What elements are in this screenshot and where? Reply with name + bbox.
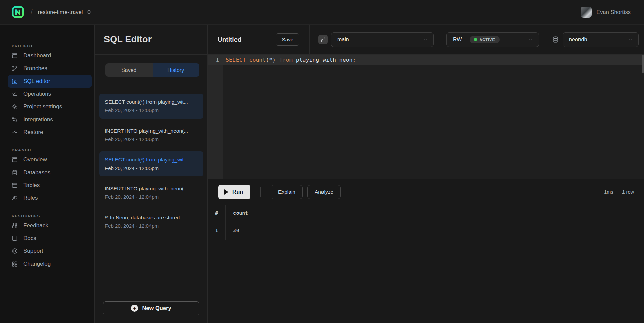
history-item-selected[interactable]: SELECT count(*) from playing_wit... Feb …	[99, 151, 203, 176]
sidebar-item-label: Databases	[23, 169, 50, 176]
neon-logo[interactable]	[12, 6, 24, 18]
dashboard-icon	[11, 52, 18, 59]
sidebar-item-operations[interactable]: Operations	[8, 88, 92, 100]
table-row[interactable]: 1 30	[208, 221, 644, 240]
sql-code-editor[interactable]: 1 SELECT count(*) from playing_with_neon…	[208, 55, 644, 179]
history-list: SELECT count(*) from playing_wit... Feb …	[95, 85, 207, 293]
analyze-button[interactable]: Analyze	[307, 185, 341, 199]
code-text: SELECT count(*) from playing_with_neon;	[223, 57, 644, 63]
editor-gutter	[208, 55, 223, 179]
sidebar-item-label: Tables	[23, 182, 40, 189]
status-badge: ACTIVE	[470, 36, 499, 43]
sidebar-item-dashboard[interactable]: Dashboard	[8, 49, 92, 62]
database-icon	[552, 36, 559, 43]
sidebar-item-label: Integrations	[23, 116, 53, 123]
tab-saved[interactable]: Saved	[105, 63, 153, 77]
sidebar-item-label: Restore	[23, 129, 43, 136]
history-item[interactable]: SELECT count(*) from playing_wit... Feb …	[99, 94, 203, 119]
project-switcher[interactable]: restore-time-travel	[38, 9, 92, 15]
history-item-timestamp: Feb 20, 2024 - 12:05pm	[105, 164, 198, 172]
sidebar-item-sql-editor[interactable]: SQL editor	[8, 75, 92, 88]
history-item-query: SELECT count(*) from playing_wit...	[105, 155, 198, 164]
sidebar-item-integrations[interactable]: Integrations	[8, 113, 92, 126]
panel-footer: + New Query	[95, 293, 207, 323]
connection-controls: main... RW ACTIVE neondb	[310, 25, 644, 54]
branch-select[interactable]: main...	[331, 32, 434, 47]
sidebar-item-overview[interactable]: Overview	[8, 153, 92, 166]
sidebar-item-support[interactable]: Support	[8, 245, 92, 258]
sidebar-item-label: Changelog	[23, 261, 51, 267]
run-button[interactable]: Run	[218, 185, 250, 199]
overview-icon	[11, 156, 18, 163]
editor-header: Untitled Save main... RW	[208, 25, 644, 55]
changelog-icon	[11, 261, 18, 267]
history-item-query: INSERT INTO playing_with_neon(...	[105, 184, 198, 193]
branch-select-value: main...	[337, 37, 353, 43]
column-header-count: count	[226, 205, 644, 221]
section-label-branch: BRANCH	[0, 148, 94, 153]
editor-toolbar: Run Explain Analyze 1ms 1 row	[208, 179, 644, 205]
users-icon	[11, 195, 18, 201]
user-menu[interactable]: Evan Shortiss	[581, 7, 631, 18]
results-table: # count 1 30	[208, 205, 644, 240]
sidebar-item-docs[interactable]: Docs	[8, 232, 92, 245]
sidebar-item-project-settings[interactable]: Project settings	[8, 100, 92, 113]
history-item[interactable]: /* In Neon, databases are stored ... Feb…	[99, 209, 203, 234]
sidebar-item-label: Branches	[23, 65, 47, 72]
editor-pane: Untitled Save main... RW	[208, 25, 644, 323]
query-duration: 1ms	[604, 189, 613, 195]
sidebar-item-label: Overview	[23, 156, 47, 163]
topbar: / restore-time-travel Evan Shortiss	[0, 0, 644, 25]
operations-icon	[11, 91, 18, 97]
sidebar-item-label: Dashboard	[23, 52, 51, 59]
database-select[interactable]: neondb	[563, 32, 639, 47]
lifebuoy-icon	[11, 248, 18, 255]
plus-icon: +	[131, 305, 138, 312]
history-item[interactable]: INSERT INTO playing_with_neon(... Feb 20…	[99, 123, 203, 147]
sidebar-item-feedback[interactable]: Feedback	[8, 219, 92, 232]
play-icon	[224, 189, 228, 195]
docs-icon	[11, 235, 18, 242]
compute-select[interactable]: RW ACTIVE	[446, 32, 539, 47]
sidebar-item-label: SQL editor	[23, 78, 50, 85]
table-icon	[11, 182, 18, 189]
sidebar-item-label: Feedback	[23, 222, 48, 229]
query-list-panel: SQL Editor Saved History SELECT count(*)…	[94, 25, 208, 323]
query-stats: 1ms 1 row	[604, 189, 634, 195]
editor-scrollbar[interactable]	[642, 55, 644, 73]
tab-history[interactable]: History	[153, 63, 200, 77]
page-title: SQL Editor	[104, 34, 152, 45]
save-button[interactable]: Save	[276, 33, 299, 46]
sidebar-item-roles[interactable]: Roles	[8, 192, 92, 204]
section-label-resources: RESOURCES	[0, 214, 94, 219]
query-title: Untitled	[218, 36, 242, 43]
sidebar-item-label: Operations	[23, 91, 51, 97]
restore-icon	[11, 129, 18, 136]
history-item-timestamp: Feb 20, 2024 - 12:04pm	[105, 193, 198, 201]
new-query-button[interactable]: + New Query	[103, 301, 199, 315]
sidebar-item-restore[interactable]: Restore	[8, 126, 92, 139]
history-item-query: /* In Neon, databases are stored ...	[105, 213, 198, 222]
sidebar-section-project: PROJECT Dashboard Branches SQL editor Op…	[0, 44, 94, 139]
chevron-updown-icon	[87, 9, 91, 15]
neon-console: / restore-time-travel Evan Shortiss PROJ…	[0, 0, 644, 323]
sidebar-item-databases[interactable]: Databases	[8, 166, 92, 179]
sidebar-item-changelog[interactable]: Changelog	[8, 258, 92, 270]
code-line-1[interactable]: 1 SELECT count(*) from playing_with_neon…	[208, 55, 644, 65]
user-name: Evan Shortiss	[596, 9, 631, 15]
history-item[interactable]: INSERT INTO playing_with_neon(... Feb 20…	[99, 180, 203, 205]
history-item-query: SELECT count(*) from playing_wit...	[105, 98, 198, 106]
chevron-down-icon	[423, 37, 428, 42]
sql-editor-icon	[11, 78, 18, 85]
explain-button[interactable]: Explain	[271, 185, 303, 199]
toolbar-divider	[260, 187, 261, 197]
sidebar-item-tables[interactable]: Tables	[8, 179, 92, 192]
panel-header: SQL Editor	[95, 25, 207, 55]
database-icon	[11, 169, 18, 176]
status-label: ACTIVE	[479, 38, 495, 42]
sidebar-section-branch: BRANCH Overview Databases Tables Roles	[0, 148, 94, 204]
line-number: 1	[208, 57, 223, 63]
sidebar-item-branches[interactable]: Branches	[8, 62, 92, 75]
cell-row-index: 1	[208, 221, 226, 240]
breadcrumb-project-name: restore-time-travel	[38, 9, 83, 15]
